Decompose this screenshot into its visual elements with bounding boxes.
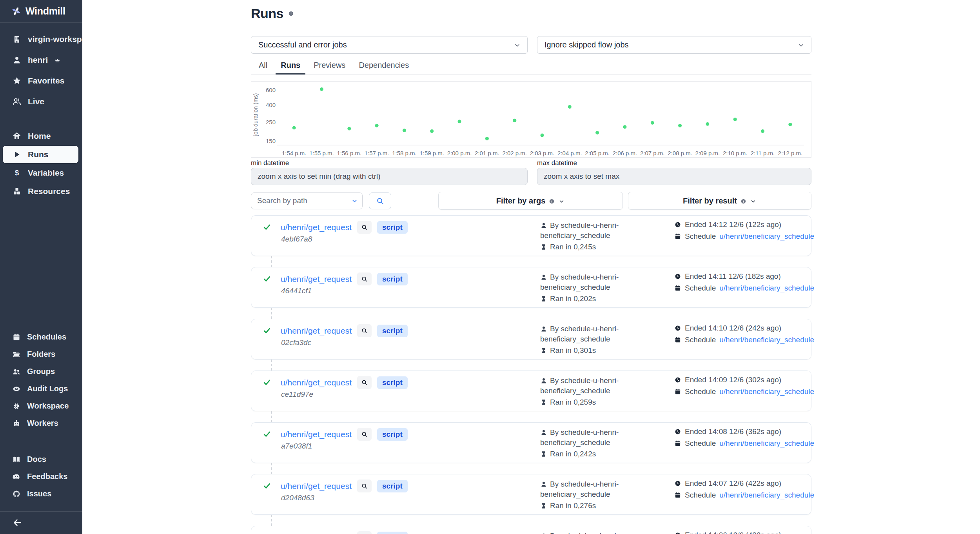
run-card[interactable]: u/henri/get_requestscriptce11d97eBy sche… <box>251 371 811 411</box>
run-path-link[interactable]: u/henri/get_request <box>281 481 352 491</box>
sidebar-item-audit-logs[interactable]: Audit Logs <box>0 380 82 398</box>
run-path-link[interactable]: u/henri/get_request <box>281 274 352 284</box>
chart-point[interactable] <box>678 124 682 127</box>
search-button[interactable] <box>369 193 391 209</box>
sidebar-item-resources[interactable]: Resources <box>0 182 82 201</box>
run-schedule-link[interactable]: u/henri/beneficiary_schedule <box>719 284 814 292</box>
run-inspect-button[interactable] <box>357 480 372 492</box>
job-duration-chart-panel[interactable]: 150250400600job duration (ms)1:54 p.m.1:… <box>251 81 811 158</box>
chart-point[interactable] <box>375 124 379 127</box>
search-by-path-input[interactable] <box>251 193 363 209</box>
chart-point[interactable] <box>292 126 296 129</box>
chart-x-tick: 2:11 p.m. <box>751 150 775 156</box>
chart-point[interactable] <box>430 129 434 133</box>
job-duration-scatter-chart[interactable]: 150250400600job duration (ms)1:54 p.m.1:… <box>251 82 811 157</box>
app-logo[interactable]: Windmill <box>0 0 82 23</box>
run-duration: Ran in 0,242s <box>540 450 596 458</box>
tab-previews[interactable]: Previews <box>309 58 350 74</box>
tab-dependencies[interactable]: Dependencies <box>354 58 414 74</box>
sidebar-item-groups[interactable]: Groups <box>0 363 82 380</box>
skipped-jobs-filter-select[interactable]: Ignore skipped flow jobs <box>537 36 811 54</box>
run-path-link[interactable]: u/henri/get_request <box>281 326 352 336</box>
run-schedule-link[interactable]: u/henri/beneficiary_schedule <box>719 232 814 241</box>
run-inspect-button[interactable] <box>357 376 372 389</box>
tab-all[interactable]: All <box>254 58 272 74</box>
run-card[interactable]: u/henri/get_requestscriptBy schedule-u-h… <box>251 526 811 534</box>
chart-point[interactable] <box>595 131 599 134</box>
run-card[interactable]: u/henri/get_requestscript4ebf67a8By sche… <box>251 215 811 256</box>
sidebar-item-runs[interactable]: Runs <box>3 146 78 163</box>
run-schedule-link[interactable]: u/henri/beneficiary_schedule <box>719 336 814 344</box>
chart-point[interactable] <box>320 87 323 91</box>
chevron-down-icon <box>351 197 358 205</box>
run-card[interactable]: u/henri/get_requestscriptd2048d63By sche… <box>251 474 811 515</box>
run-inspect-button[interactable] <box>357 324 372 337</box>
run-card[interactable]: u/henri/get_requestscript02cfa3dcBy sche… <box>251 319 811 360</box>
run-card[interactable]: u/henri/get_requestscript46441cf1By sche… <box>251 267 811 308</box>
run-schedule-link[interactable]: u/henri/beneficiary_schedule <box>719 491 814 499</box>
tab-runs[interactable]: Runs <box>276 58 305 74</box>
run-path-link[interactable]: u/henri/get_request <box>281 430 352 439</box>
run-ended-line: Ended 14:11 12/6 (182s ago) <box>674 272 814 281</box>
run-inspect-button[interactable] <box>357 531 372 534</box>
collapse-sidebar-button[interactable] <box>0 512 82 534</box>
sidebar-item-docs[interactable]: Docs <box>0 451 82 468</box>
chart-point[interactable] <box>403 129 406 132</box>
run-path-link[interactable]: u/henri/get_request <box>281 223 352 232</box>
chart-point[interactable] <box>347 127 351 131</box>
chart-point[interactable] <box>623 125 626 129</box>
chart-point[interactable] <box>541 134 544 137</box>
chart-point[interactable] <box>458 120 461 123</box>
sidebar-item-variables[interactable]: $Variables <box>0 164 82 182</box>
run-path-link[interactable]: u/henri/get_request <box>281 378 352 387</box>
info-icon[interactable] <box>288 10 294 17</box>
chart-point[interactable] <box>733 118 737 121</box>
github-icon <box>12 490 21 498</box>
run-ended-time: Ended 14:11 12/6 (182s ago) <box>685 272 781 281</box>
chart-point[interactable] <box>761 129 764 133</box>
chart-point[interactable] <box>568 105 572 109</box>
clock-icon <box>674 325 681 332</box>
run-id: 02cfa3dc <box>281 338 311 347</box>
filter-by-args-button[interactable]: Filter by args <box>438 192 623 210</box>
run-inspect-button[interactable] <box>357 428 372 441</box>
chevron-down-icon[interactable] <box>351 197 358 205</box>
sidebar-item-feedbacks[interactable]: Feedbacks <box>0 468 82 485</box>
windmill-logo <box>11 6 22 16</box>
chart-x-tick: 1:59 p.m. <box>419 150 444 156</box>
sidebar-item-workspace-selector[interactable]: virgin-worksp... <box>0 29 82 50</box>
info-icon <box>288 11 294 16</box>
chart-point[interactable] <box>706 122 709 126</box>
run-inspect-button[interactable] <box>357 221 372 234</box>
sidebar-item-label: Feedbacks <box>27 472 67 481</box>
sidebar-item-schedules[interactable]: Schedules <box>0 329 82 346</box>
run-ended-line: Ended 14:09 12/6 (302s ago) <box>674 376 814 384</box>
sidebar-item-workspace[interactable]: Workspace <box>0 398 82 415</box>
sidebar-item-user-menu[interactable]: henri <box>0 50 82 71</box>
max-datetime-input[interactable] <box>537 168 811 185</box>
sidebar-item-home[interactable]: Home <box>0 127 82 145</box>
sidebar-item-workers[interactable]: Workers <box>0 415 82 432</box>
run-inspect-button[interactable] <box>357 272 372 285</box>
sidebar-item-issues[interactable]: Issues <box>0 485 82 503</box>
chart-point[interactable] <box>651 121 654 125</box>
job-status-filter-select[interactable]: Successful and error jobs <box>251 36 528 54</box>
app-name: Windmill <box>25 5 65 17</box>
chart-point[interactable] <box>485 137 489 140</box>
eye-icon <box>12 385 21 393</box>
sidebar-item-live[interactable]: Live <box>0 91 82 112</box>
chart-point[interactable] <box>788 123 792 126</box>
dollar-icon: $ <box>12 168 22 178</box>
filter-by-result-button[interactable]: Filter by result <box>628 192 811 210</box>
sidebar-item-folders[interactable]: Folders <box>0 346 82 363</box>
chart-point[interactable] <box>513 119 516 122</box>
run-schedule-link[interactable]: u/henri/beneficiary_schedule <box>719 439 814 448</box>
sidebar-item-favorites[interactable]: Favorites <box>0 71 82 91</box>
run-kind-badge: script <box>377 221 408 234</box>
run-top-row: u/henri/get_requestscript <box>281 428 408 441</box>
min-datetime-label: min datetime <box>251 160 528 167</box>
run-schedule-label: Schedule <box>685 439 716 448</box>
run-card[interactable]: u/henri/get_requestscripta7e038f1By sche… <box>251 422 811 463</box>
min-datetime-input[interactable] <box>251 168 528 185</box>
run-schedule-link[interactable]: u/henri/beneficiary_schedule <box>719 387 814 396</box>
